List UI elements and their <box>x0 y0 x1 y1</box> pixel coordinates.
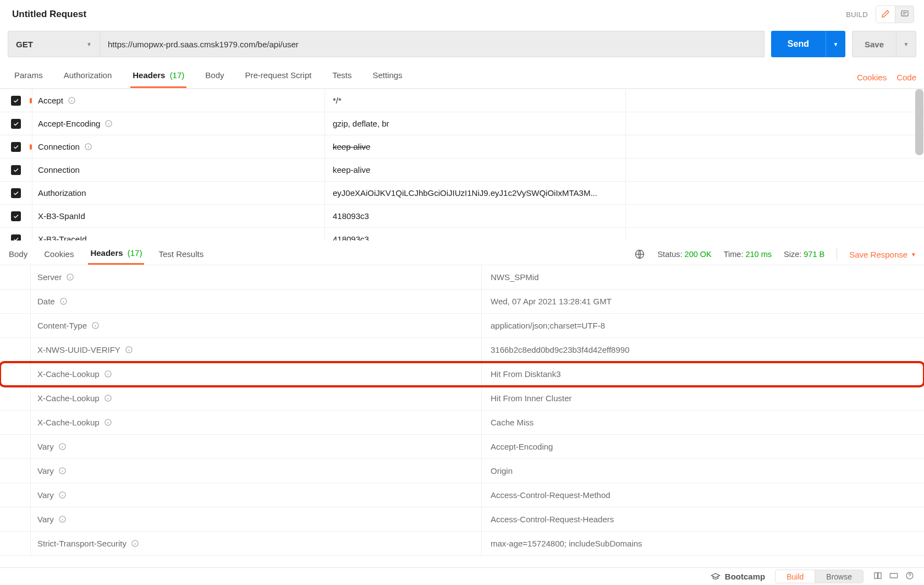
response-header-value: Cache Miss <box>482 411 924 434</box>
header-key[interactable]: Accept <box>32 89 324 112</box>
header-checkbox[interactable] <box>11 188 21 198</box>
build-mode-button[interactable]: Build <box>776 570 815 583</box>
info-icon <box>58 467 67 475</box>
header-checkbox[interactable] <box>11 119 21 129</box>
save-dropdown[interactable]: ▼ <box>897 31 916 57</box>
header-description[interactable] <box>625 182 924 204</box>
header-key[interactable]: Accept-Encoding <box>32 112 324 135</box>
header-description[interactable] <box>625 89 924 112</box>
header-key[interactable]: X-B3-SpanId <box>32 205 324 227</box>
response-header-row: X-Cache-Lookup Hit From Inner Cluster <box>0 386 924 411</box>
header-key[interactable]: Connection <box>32 135 324 158</box>
header-checkbox[interactable] <box>11 96 21 106</box>
request-header-row[interactable]: Accept */* <box>0 89 924 112</box>
send-dropdown[interactable]: ▼ <box>826 31 845 57</box>
header-checkbox-cell <box>0 142 32 152</box>
response-header-value: Origin <box>482 459 924 483</box>
request-header-row[interactable]: Connection keep-alive <box>0 158 924 182</box>
save-response-button[interactable]: Save Response ▼ <box>849 250 916 259</box>
code-link[interactable]: Code <box>897 73 916 82</box>
build-browse-toggle: Build Browse <box>775 570 864 583</box>
header-value[interactable]: 418093c3 <box>324 228 625 240</box>
response-header-value: Access-Control-Request-Headers <box>482 507 924 531</box>
header-description[interactable] <box>625 205 924 227</box>
header-value[interactable]: keep-alive <box>324 135 625 158</box>
response-header-key: Server <box>31 265 482 289</box>
chevron-down-icon: ▼ <box>904 41 909 47</box>
override-indicator <box>30 98 32 103</box>
response-header-row: Vary Access-Control-Request-Method <box>0 483 924 507</box>
info-icon <box>58 515 67 523</box>
response-header-key: X-NWS-UUID-VERIFY <box>31 338 482 362</box>
request-header-row[interactable]: Authorization eyJ0eXAiOiJKV1QiLCJhbGciOi… <box>0 182 924 205</box>
method-select[interactable]: GET ▼ <box>8 31 100 57</box>
row-spacer <box>0 362 31 386</box>
resp-tab-cookies[interactable]: Cookies <box>42 245 76 264</box>
header-checkbox[interactable] <box>11 234 21 241</box>
two-pane-icon[interactable] <box>873 571 882 582</box>
header-value[interactable]: gzip, deflate, br <box>324 112 625 135</box>
header-description[interactable] <box>625 112 924 135</box>
chevron-down-icon: ▼ <box>911 252 916 258</box>
response-header-value: NWS_SPMid <box>482 265 924 289</box>
edit-button[interactable] <box>876 6 895 23</box>
header-description[interactable] <box>625 158 924 181</box>
tab-prerequest[interactable]: Pre-request Script <box>243 66 314 88</box>
tab-authorization[interactable]: Authorization <box>62 66 114 88</box>
tab-settings[interactable]: Settings <box>370 66 404 88</box>
resp-tab-headers[interactable]: Headers (17) <box>88 244 144 265</box>
network-icon[interactable] <box>634 249 645 260</box>
resp-tab-testresults[interactable]: Test Results <box>156 245 206 264</box>
request-header-row[interactable]: X-B3-SpanId 418093c3 <box>0 205 924 228</box>
url-input[interactable]: https://umopwx-prd.saas.cmsk1979.com/be/… <box>100 31 765 57</box>
tab-body[interactable]: Body <box>203 66 226 88</box>
scrollbar-thumb[interactable] <box>915 89 923 155</box>
tab-headers[interactable]: Headers (17) <box>130 66 186 88</box>
tab-tests[interactable]: Tests <box>330 66 354 88</box>
header-key[interactable]: Authorization <box>32 182 324 204</box>
size-label: Size:971 B <box>784 250 824 259</box>
override-indicator <box>30 144 32 150</box>
help-icon[interactable] <box>905 571 914 582</box>
divider <box>837 248 837 260</box>
scrollbar[interactable] <box>915 89 924 240</box>
header-description[interactable] <box>625 228 924 240</box>
header-checkbox[interactable] <box>11 142 21 152</box>
keyboard-icon[interactable] <box>889 571 899 582</box>
response-header-key: X-Cache-Lookup <box>31 411 482 434</box>
response-header-row: X-Cache-Lookup Hit From Disktank3 <box>0 362 924 386</box>
graduation-cap-icon <box>711 572 721 582</box>
chevron-down-icon: ▼ <box>86 41 92 47</box>
header-key[interactable]: X-B3-TraceId <box>32 228 324 240</box>
cookies-link[interactable]: Cookies <box>857 73 887 82</box>
tab-params[interactable]: Params <box>12 66 45 88</box>
bootcamp-button[interactable]: Bootcamp <box>711 572 765 582</box>
header-checkbox[interactable] <box>11 211 21 221</box>
header-key[interactable]: Connection <box>32 158 324 181</box>
row-spacer <box>0 314 31 337</box>
row-spacer <box>0 435 31 458</box>
header-value[interactable]: */* <box>324 89 625 112</box>
response-header-value: max-age=15724800; includeSubDomains <box>482 532 924 555</box>
chevron-down-icon: ▼ <box>833 41 839 47</box>
request-header-row[interactable]: X-B3-TraceId 418093c3 <box>0 228 924 240</box>
send-button[interactable]: Send <box>771 31 826 57</box>
header-value[interactable]: eyJ0eXAiOiJKV1QiLCJhbGciOiJIUzI1NiJ9.eyJ… <box>324 182 625 204</box>
build-label: BUILD <box>846 10 868 19</box>
save-button[interactable]: Save <box>852 31 897 57</box>
response-header-row: Vary Origin <box>0 459 924 483</box>
info-icon <box>84 143 92 151</box>
header-value[interactable]: keep-alive <box>324 158 625 181</box>
header-value[interactable]: 418093c3 <box>324 205 625 227</box>
request-header-row[interactable]: Accept-Encoding gzip, deflate, br <box>0 112 924 135</box>
header-description[interactable] <box>625 135 924 158</box>
row-spacer <box>0 386 31 410</box>
row-spacer <box>0 532 31 555</box>
resp-tab-body[interactable]: Body <box>7 245 30 264</box>
top-actions: BUILD <box>846 6 914 23</box>
comments-button[interactable] <box>895 6 914 23</box>
resp-tab-headers-count: (17) <box>128 248 142 258</box>
browse-mode-button[interactable]: Browse <box>815 570 863 583</box>
header-checkbox[interactable] <box>11 165 21 175</box>
request-header-row[interactable]: Connection keep-alive <box>0 135 924 158</box>
